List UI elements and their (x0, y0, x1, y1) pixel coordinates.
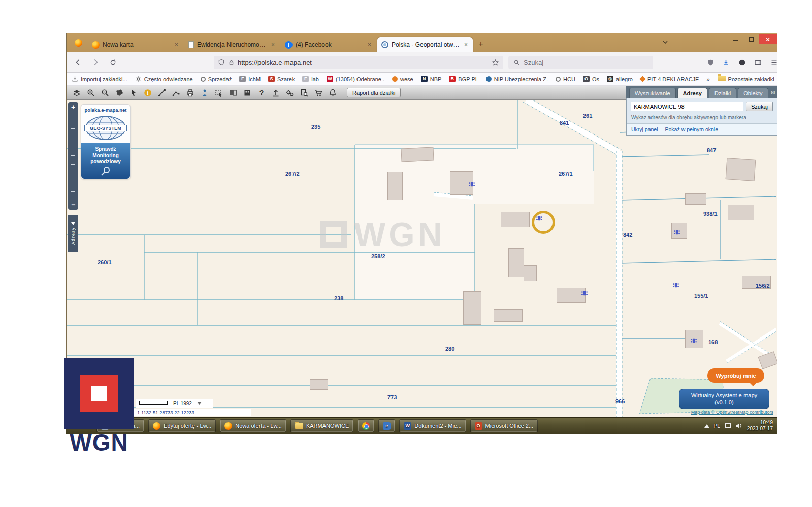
zoom-slider[interactable]: + − (68, 102, 78, 210)
tool-cart-button[interactable] (312, 87, 324, 98)
bookmark-item[interactable]: SSzarek (268, 76, 295, 82)
address-marker-icon[interactable] (690, 336, 698, 345)
panel-search-button[interactable]: Szukaj (746, 102, 773, 111)
menu-button[interactable] (767, 56, 781, 69)
bookmark-item[interactable]: BBGP PL (449, 76, 478, 82)
bookmark-item[interactable]: Często odwiedzane (135, 76, 193, 82)
taskbar-item[interactable] (358, 419, 374, 432)
tool-cursor-button[interactable] (127, 87, 139, 98)
downloads-button[interactable] (719, 56, 732, 69)
tab-close-icon[interactable]: × (174, 41, 179, 48)
flood-monitoring-button[interactable]: Sprawdź Monitoring powodziowy (81, 143, 130, 179)
taskbar-item[interactable]: OMicrosoft Office 2... (470, 419, 538, 432)
tool-export-button[interactable] (270, 87, 281, 98)
tool-doc-search-button[interactable] (298, 87, 310, 98)
panel-tab-działki[interactable]: Działki (709, 88, 736, 98)
tool-street-view-button[interactable] (199, 87, 210, 98)
extensions-button[interactable] (704, 56, 717, 69)
tool-help-button[interactable]: ? (255, 87, 267, 98)
tool-info-button[interactable]: i (142, 87, 153, 98)
bookmark-item[interactable]: OOs (583, 76, 599, 82)
browser-tab[interactable]: Polska - Geoportal otwartych d× (377, 37, 473, 52)
other-bookmarks-button[interactable]: Pozostałe zakładki (718, 76, 774, 82)
tool-select-object-button[interactable] (213, 87, 224, 98)
bookmark-item[interactable]: @allegro (607, 76, 633, 82)
taskbar-item[interactable]: Nowa oferta - Lw... (220, 419, 286, 432)
language-indicator[interactable]: PL (714, 423, 720, 429)
zoom-in-button[interactable]: + (71, 103, 75, 111)
report-for-parcel-button[interactable]: Raport dla działki (347, 88, 401, 97)
bookmark-item[interactable]: HCU (556, 76, 575, 82)
panel-tab-obiekty[interactable]: Obiekty (738, 88, 768, 98)
map-canvas[interactable]: WGN 235261841267/2267/1847938/1842260/12… (67, 100, 777, 417)
bookmark-item[interactable]: FIchM (239, 76, 261, 82)
taskbar-item[interactable]: WDokument2 - Mic... (399, 419, 466, 432)
virtual-assistant-button[interactable]: Wirtualny Asystent e-mapy (v0.1.0) (679, 389, 769, 409)
tool-polyline-button[interactable] (170, 87, 182, 98)
tool-print-button[interactable] (184, 87, 196, 98)
close-button[interactable]: × (759, 34, 777, 44)
tab-close-icon[interactable]: × (367, 41, 372, 48)
tab-close-icon[interactable]: × (270, 41, 276, 48)
browser-tab[interactable]: f(4) Facebook× (281, 37, 376, 52)
address-bar[interactable]: https://polska.e-mapa.net (214, 56, 503, 69)
forward-button[interactable] (89, 56, 102, 69)
bookmarks-overflow-button[interactable]: » (706, 76, 709, 82)
address-marker-icon[interactable] (580, 289, 589, 297)
tool-buildings-button[interactable] (241, 87, 253, 98)
tool-split-view-button[interactable] (227, 87, 239, 98)
zoom-out-button[interactable]: − (71, 200, 75, 209)
bookmark-item[interactable]: Flab (302, 76, 319, 82)
crs-dropdown-icon[interactable] (197, 402, 202, 405)
url-text[interactable]: https://polska.e-mapa.net (238, 59, 489, 66)
bookmark-item[interactable]: NIP Ubezpieczenia Z. (486, 76, 548, 82)
firefox-app-icon[interactable] (71, 35, 86, 50)
bookmark-item[interactable]: wese (392, 76, 413, 82)
panel-tab-adresy[interactable]: Adresy (677, 88, 707, 98)
try-me-bubble[interactable]: Wypróbuj mnie (707, 368, 764, 383)
bookmark-star-icon[interactable] (492, 59, 499, 66)
tool-settings-button[interactable] (284, 87, 296, 98)
address-marker-icon[interactable] (535, 214, 543, 222)
osm-attribution-link[interactable]: Map data © OpenStreetMap contributors (691, 410, 773, 415)
browser-tab[interactable]: Ewidencja Nieruchomości nebOn× (184, 37, 280, 52)
panel-tab-wyszukiwanie[interactable]: Wyszukiwanie (629, 88, 676, 98)
restore-button[interactable] (743, 34, 759, 44)
scale-control[interactable]: PL 1992 (136, 399, 213, 408)
sidebar-button[interactable] (751, 56, 764, 69)
tab-close-icon[interactable]: × (463, 41, 469, 48)
tool-layers-button[interactable] (71, 87, 82, 98)
address-marker-icon[interactable] (672, 281, 680, 289)
tray-expand-icon[interactable] (704, 424, 709, 428)
new-tab-button[interactable]: + (475, 38, 487, 50)
bookmark-item[interactable]: PIT-4 DEKLARACJE (640, 76, 699, 82)
browser-tab[interactable]: Nowa karta× (88, 37, 183, 52)
taskbar-item[interactable]: Edytuj ofertę - Lw... (148, 419, 216, 432)
taskbar-item[interactable]: KARMANOWICE (290, 419, 353, 432)
bookmark-item[interactable]: Sprzedaż (201, 76, 232, 82)
back-button[interactable] (72, 56, 85, 69)
tool-polygon-select-button[interactable] (113, 87, 125, 98)
bookmark-item[interactable]: Importuj zakładki... (72, 76, 127, 82)
tool-zoom-in-button[interactable] (85, 87, 96, 98)
ghostery-button[interactable] (735, 56, 749, 69)
network-icon[interactable] (725, 423, 731, 428)
speaker-icon[interactable] (736, 423, 742, 429)
collapsed-adresy-tab[interactable]: Adresy (68, 215, 78, 252)
hide-panel-link[interactable]: Ukryj panel (631, 126, 658, 132)
site-label[interactable]: polska.e-mapa.net (83, 107, 128, 113)
search-bar[interactable]: Szukaj (508, 56, 653, 69)
fullscreen-panel-link[interactable]: Pokaż w pełnym oknie (665, 126, 718, 132)
address-marker-icon[interactable] (673, 228, 681, 236)
address-marker-icon[interactable] (468, 180, 476, 188)
bookmark-item[interactable]: W(13054) Odebrane . (327, 76, 384, 82)
reload-button[interactable] (106, 56, 119, 69)
tool-alert-button[interactable] (327, 87, 338, 98)
tool-draw-line-button[interactable] (156, 87, 168, 98)
zoom-slider-track[interactable] (68, 111, 78, 200)
panel-close-icon[interactable]: ⊠ (771, 89, 775, 96)
taskbar-item[interactable]: e (378, 419, 395, 432)
list-all-tabs-button[interactable] (660, 37, 670, 47)
clock-time[interactable]: 10:49 (760, 420, 773, 426)
bookmark-item[interactable]: NNBP (421, 76, 442, 82)
